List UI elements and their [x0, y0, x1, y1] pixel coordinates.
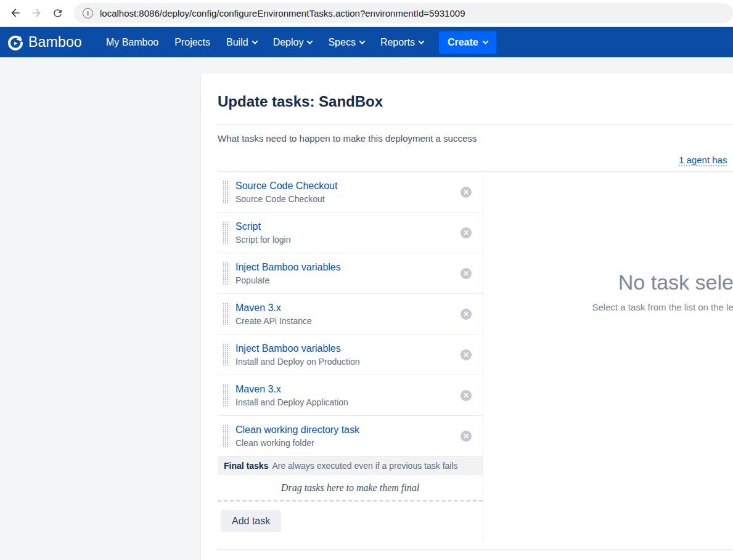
task-subtitle: Install and Deploy on Production [235, 356, 461, 368]
drag-handle-icon[interactable] [223, 302, 229, 326]
create-button[interactable]: Create [439, 31, 496, 54]
update-tasks-panel: Update tasks: SandBox What tasks need to… [200, 73, 733, 560]
drag-handle-icon[interactable] [223, 221, 229, 245]
chevron-down-icon [307, 38, 313, 44]
task-list-column: Source Code Checkout Source Code Checkou… [218, 172, 483, 542]
task-subtitle: Source Code Checkout [235, 193, 461, 205]
task-row[interactable]: Maven 3.x Install and Deploy Application… [218, 375, 483, 416]
chevron-down-icon [252, 38, 258, 44]
task-subtitle: Install and Deploy Application [235, 397, 461, 408]
final-tasks-description: Are always executed even if a previous t… [272, 461, 457, 471]
final-tasks-header: Final tasks Are always executed even if … [218, 457, 483, 475]
task-subtitle: Script for login [235, 234, 461, 246]
task-row[interactable]: Clean working directory task Clean worki… [218, 416, 483, 457]
reload-icon[interactable] [47, 2, 68, 23]
task-subtitle: Clean working folder [235, 437, 461, 449]
bamboo-navbar: Bamboo My Bamboo Projects Build Deploy S… [0, 27, 733, 57]
final-tasks-label: Final tasks [224, 461, 268, 471]
drop-hint-text: Drag tasks here to make them final [281, 482, 419, 493]
page-background: Update tasks: SandBox What tasks need to… [0, 57, 733, 560]
drag-handle-icon[interactable] [223, 424, 229, 448]
remove-task-icon[interactable]: ✕ [461, 309, 472, 320]
forward-icon [26, 2, 47, 23]
task-text: Inject Bamboo variables Install and Depl… [235, 342, 461, 368]
nav-item-deploy[interactable]: Deploy [265, 31, 321, 54]
task-text: Maven 3.x Create APi Instance [235, 301, 461, 327]
empty-state-subtitle: Select a task from the list on the left … [592, 302, 733, 312]
chevron-down-icon [359, 38, 365, 44]
task-subtitle: Create APi Instance [235, 315, 461, 327]
task-text: Script Script for login [235, 220, 461, 246]
page-title: Update tasks: SandBox [218, 93, 383, 110]
remove-task-icon[interactable]: ✕ [461, 349, 472, 360]
back-icon[interactable] [5, 2, 26, 23]
nav-item-my-bamboo[interactable]: My Bamboo [98, 31, 166, 54]
nav-item-projects[interactable]: Projects [166, 31, 218, 54]
drag-handle-icon[interactable] [223, 181, 229, 204]
task-list: Source Code Checkout Source Code Checkou… [218, 172, 483, 457]
remove-task-icon[interactable]: ✕ [461, 227, 472, 238]
url-bar[interactable]: i localhost:8086/deploy/config/configure… [74, 3, 733, 23]
task-title-link[interactable]: Inject Bamboo variables [235, 342, 461, 355]
task-text: Maven 3.x Install and Deploy Application [235, 383, 461, 408]
drag-handle-icon[interactable] [223, 384, 229, 407]
nav-item-build[interactable]: Build [218, 31, 265, 54]
task-title-link[interactable]: Inject Bamboo variables [235, 261, 461, 274]
browser-toolbar: i localhost:8086/deploy/config/configure… [0, 0, 733, 26]
page-info-icon[interactable]: i [83, 8, 93, 18]
title-divider [218, 124, 733, 125]
remove-task-icon[interactable]: ✕ [461, 187, 472, 198]
add-task-button[interactable]: Add task [221, 510, 281, 532]
url-text[interactable]: localhost:8086/deploy/config/configureEn… [100, 8, 465, 18]
task-title-link[interactable]: Source Code Checkout [235, 179, 461, 192]
chevron-down-icon [418, 38, 424, 44]
brand-name: Bamboo [28, 34, 82, 51]
bamboo-logo[interactable]: Bamboo [7, 34, 82, 51]
task-text: Clean working directory task Clean worki… [235, 423, 461, 449]
empty-state: No task selected Select a task from the … [592, 270, 733, 312]
nav-item-specs[interactable]: Specs [320, 31, 372, 54]
task-row[interactable]: Maven 3.x Create APi Instance ✕ [218, 294, 483, 335]
page-subtitle: What tasks need to happen to make this d… [218, 133, 477, 144]
drag-handle-icon[interactable] [223, 343, 229, 367]
task-title-link[interactable]: Script [235, 220, 461, 233]
task-row[interactable]: Source Code Checkout Source Code Checkou… [218, 172, 483, 213]
task-text: Source Code Checkout Source Code Checkou… [235, 179, 461, 205]
task-title-link[interactable]: Maven 3.x [235, 383, 461, 396]
task-row[interactable]: Script Script for login ✕ [218, 213, 483, 253]
remove-task-icon[interactable]: ✕ [461, 431, 472, 442]
task-title-link[interactable]: Clean working directory task [235, 423, 461, 436]
task-row[interactable]: Inject Bamboo variables Install and Depl… [218, 335, 483, 375]
chevron-down-icon [482, 38, 488, 44]
tasks-layout: Source Code Checkout Source Code Checkou… [218, 171, 733, 542]
task-text: Inject Bamboo variables Populate [235, 261, 461, 286]
task-subtitle: Populate [235, 275, 461, 286]
task-detail-column: No task selected Select a task from the … [483, 172, 733, 542]
remove-task-icon[interactable]: ✕ [461, 390, 472, 401]
remove-task-icon[interactable]: ✕ [461, 268, 472, 279]
drag-handle-icon[interactable] [223, 262, 229, 285]
nav-item-reports[interactable]: Reports [372, 31, 432, 54]
final-tasks-drop-zone[interactable]: Drag tasks here to make them final [218, 475, 483, 501]
agent-capabilities-link[interactable]: 1 agent has [679, 155, 727, 165]
bottom-divider [218, 549, 733, 550]
task-title-link[interactable]: Maven 3.x [235, 301, 461, 314]
task-row[interactable]: Inject Bamboo variables Populate ✕ [218, 253, 483, 294]
bamboo-logo-icon [7, 34, 23, 51]
empty-state-title: No task selected [592, 270, 733, 294]
